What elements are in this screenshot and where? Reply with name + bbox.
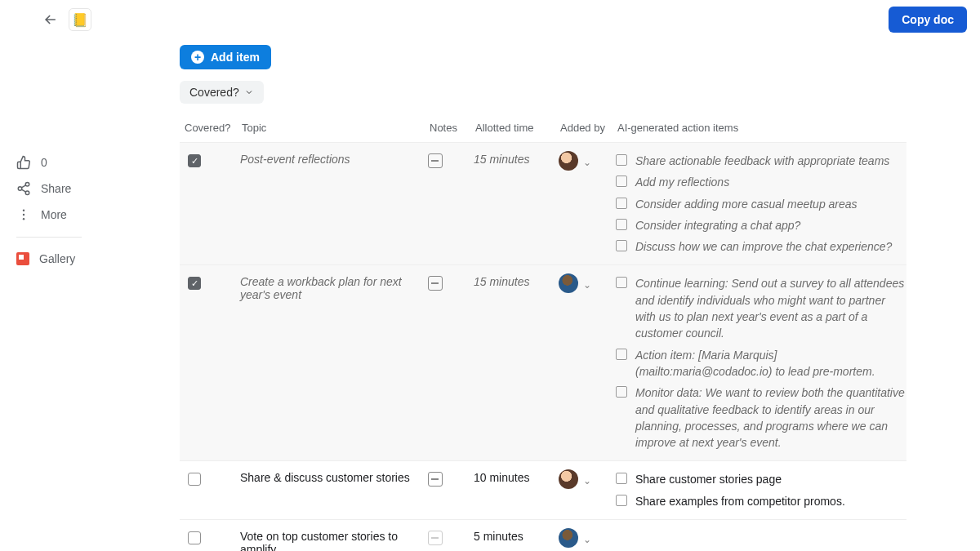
action-items-cell: Share actionable feedback with appropria… (616, 153, 908, 255)
more-vertical-icon (16, 207, 31, 222)
action-item: Share actionable feedback with appropria… (616, 153, 908, 169)
table-row: Share & discuss customer stories10 minut… (180, 460, 906, 519)
thumbs-up-icon (16, 155, 31, 170)
table-header-row: Covered? Topic Notes Allotted time Added… (180, 113, 906, 142)
action-item-text[interactable]: Monitor data: We want to review both the… (635, 384, 908, 451)
allotted-time-cell[interactable]: 5 minutes (474, 530, 559, 543)
chevron-down-icon (244, 87, 254, 97)
table-row: Vote on top customer stories to amplify5… (180, 519, 906, 551)
group-by-chip[interactable]: Covered? (180, 81, 264, 104)
back-button[interactable] (41, 10, 60, 29)
sidebar-divider (16, 237, 82, 238)
allotted-time-cell[interactable]: 10 minutes (474, 471, 559, 484)
avatar[interactable] (559, 469, 578, 489)
covered-checkbox[interactable] (188, 154, 201, 167)
col-added-by[interactable]: Added by (559, 118, 616, 137)
covered-checkbox[interactable] (188, 277, 201, 290)
copy-doc-button[interactable]: Copy doc (889, 7, 967, 33)
action-item-checkbox[interactable] (616, 154, 627, 166)
action-item-text[interactable]: Share actionable feedback with appropria… (635, 153, 889, 169)
action-item-checkbox[interactable] (616, 349, 627, 360)
action-item-text[interactable]: Consider integrating a chat app? (635, 217, 800, 233)
allotted-time-cell[interactable]: 15 minutes (474, 153, 559, 166)
notes-icon[interactable] (428, 531, 443, 545)
svg-point-3 (23, 210, 24, 211)
svg-point-0 (25, 183, 29, 187)
covered-checkbox[interactable] (188, 531, 201, 544)
col-topic[interactable]: Topic (240, 118, 428, 137)
allotted-time-cell[interactable]: 15 minutes (474, 275, 559, 288)
svg-point-4 (23, 214, 24, 216)
share-button[interactable]: Share (16, 181, 82, 196)
avatar[interactable] (559, 528, 578, 548)
col-actions[interactable]: AI-generated action items (616, 118, 908, 137)
topic-cell[interactable]: Create a workback plan for next year's e… (240, 275, 428, 301)
col-covered[interactable]: Covered? (183, 118, 240, 137)
action-item: Monitor data: We want to review both the… (616, 384, 908, 451)
col-time[interactable]: Allotted time (474, 118, 559, 137)
action-item: Action item: [Maria Marquis] (mailto:mar… (616, 347, 908, 380)
action-item: Add my reflections (616, 174, 908, 190)
more-label: More (41, 208, 67, 221)
covered-checkbox[interactable] (188, 473, 201, 486)
action-item-checkbox[interactable] (616, 473, 627, 484)
action-item-text[interactable]: Consider adding more casual meetup areas (635, 196, 858, 212)
action-items-cell: Share customer stories pageShare example… (616, 471, 908, 509)
action-item-text[interactable]: Discuss how we can improve the chat expe… (635, 238, 892, 255)
doc-emoji: 📒 (72, 12, 88, 28)
like-button[interactable]: 0 (16, 155, 82, 170)
svg-point-2 (25, 191, 29, 195)
notes-icon[interactable] (428, 472, 443, 487)
gallery-link[interactable]: Gallery (16, 252, 82, 265)
gallery-label: Gallery (39, 252, 75, 265)
table-row: Create a workback plan for next year's e… (180, 264, 906, 460)
like-count: 0 (41, 156, 47, 169)
action-item-text[interactable]: Action item: [Maria Marquis] (mailto:mar… (635, 347, 908, 380)
action-item-text[interactable]: Share customer stories page (635, 471, 782, 487)
action-item-text[interactable]: Share examples from competitor promos. (635, 493, 845, 509)
chevron-down-icon[interactable]: ⌄ (583, 475, 591, 487)
table-row: Post-event reflections15 minutes⌄Share a… (180, 142, 906, 264)
action-item: Consider integrating a chat app? (616, 217, 908, 233)
action-item: Share examples from competitor promos. (616, 493, 908, 509)
plus-circle-icon: + (191, 51, 204, 64)
share-icon (16, 181, 31, 196)
action-item-checkbox[interactable] (616, 176, 627, 187)
col-notes[interactable]: Notes (428, 118, 474, 137)
notes-icon[interactable] (428, 153, 443, 168)
gallery-icon (16, 252, 29, 265)
action-item-text[interactable]: Add my reflections (635, 174, 729, 190)
topic-cell[interactable]: Vote on top customer stories to amplify (240, 530, 428, 551)
svg-point-5 (23, 218, 24, 220)
topic-cell[interactable]: Post-event reflections (240, 153, 428, 166)
action-item: Consider adding more casual meetup areas (616, 196, 908, 212)
chevron-down-icon[interactable]: ⌄ (583, 279, 591, 291)
avatar[interactable] (559, 151, 578, 171)
doc-icon[interactable]: 📒 (69, 8, 91, 31)
action-item-checkbox[interactable] (616, 198, 627, 209)
action-item-checkbox[interactable] (616, 495, 627, 506)
action-item-checkbox[interactable] (616, 219, 627, 230)
avatar[interactable] (559, 273, 578, 293)
action-item-checkbox[interactable] (616, 240, 627, 251)
action-item-checkbox[interactable] (616, 277, 627, 288)
svg-point-1 (18, 187, 22, 191)
more-button[interactable]: More (16, 207, 82, 222)
action-item: Continue learning: Send out a survey to … (616, 275, 908, 341)
share-label: Share (41, 182, 71, 195)
chevron-down-icon[interactable]: ⌄ (583, 534, 591, 545)
add-item-button[interactable]: + Add item (180, 45, 271, 69)
action-item: Share customer stories page (616, 471, 908, 487)
action-items-cell: Continue learning: Send out a survey to … (616, 275, 908, 451)
topic-cell[interactable]: Share & discuss customer stories (240, 471, 428, 484)
action-item-text[interactable]: Continue learning: Send out a survey to … (635, 275, 908, 341)
action-item-checkbox[interactable] (616, 386, 627, 398)
action-item: Discuss how we can improve the chat expe… (616, 238, 908, 255)
chevron-down-icon[interactable]: ⌄ (583, 157, 591, 168)
notes-icon[interactable] (428, 276, 443, 291)
